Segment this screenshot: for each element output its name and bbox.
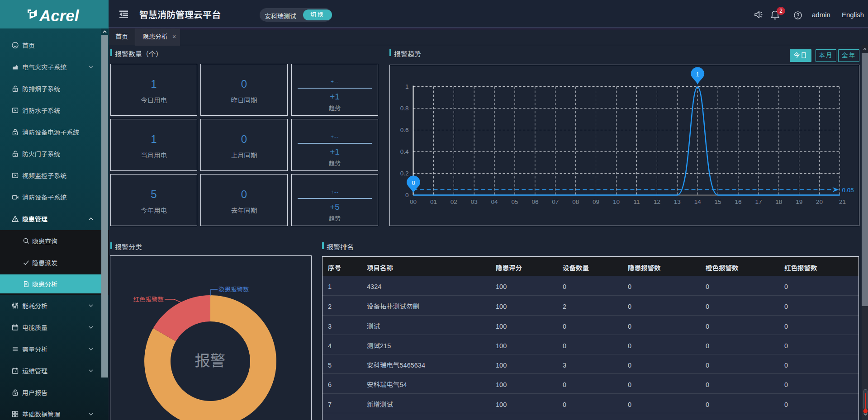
svg-text:18: 18 <box>775 198 782 205</box>
svg-text:11: 11 <box>633 198 640 205</box>
svg-text:0.8: 0.8 <box>400 105 409 112</box>
svg-text:报警: 报警 <box>195 352 226 369</box>
svg-text:隐患报警数: 隐患报警数 <box>218 286 249 293</box>
svg-text:03: 03 <box>471 198 478 205</box>
svg-text:12: 12 <box>654 198 660 205</box>
svg-text:0.05: 0.05 <box>842 187 854 193</box>
svg-text:06: 06 <box>531 198 538 205</box>
svg-text:14: 14 <box>694 198 702 205</box>
svg-text:1: 1 <box>696 71 699 78</box>
svg-text:08: 08 <box>572 198 579 205</box>
svg-text:0: 0 <box>412 179 415 186</box>
svg-text:0: 0 <box>405 192 409 198</box>
svg-text:01: 01 <box>430 198 437 205</box>
svg-text:07: 07 <box>552 198 559 205</box>
svg-text:红色报警数: 红色报警数 <box>133 296 164 303</box>
svg-text:20: 20 <box>816 198 823 205</box>
svg-text:05: 05 <box>511 198 518 205</box>
svg-text:04: 04 <box>491 198 498 205</box>
svg-text:0.2: 0.2 <box>400 170 409 177</box>
svg-text:10: 10 <box>613 198 620 205</box>
svg-text:19: 19 <box>796 198 802 205</box>
svg-text:1: 1 <box>405 83 409 90</box>
svg-text:0.6: 0.6 <box>400 127 409 133</box>
svg-text:17: 17 <box>755 198 762 205</box>
svg-text:02: 02 <box>451 198 457 205</box>
svg-text:0.4: 0.4 <box>400 148 409 155</box>
svg-text:13: 13 <box>674 198 681 205</box>
svg-text:15: 15 <box>715 198 721 205</box>
svg-text:16: 16 <box>735 198 741 205</box>
svg-text:00: 00 <box>410 198 417 205</box>
svg-text:09: 09 <box>593 198 599 205</box>
svg-text:21: 21 <box>839 198 846 205</box>
